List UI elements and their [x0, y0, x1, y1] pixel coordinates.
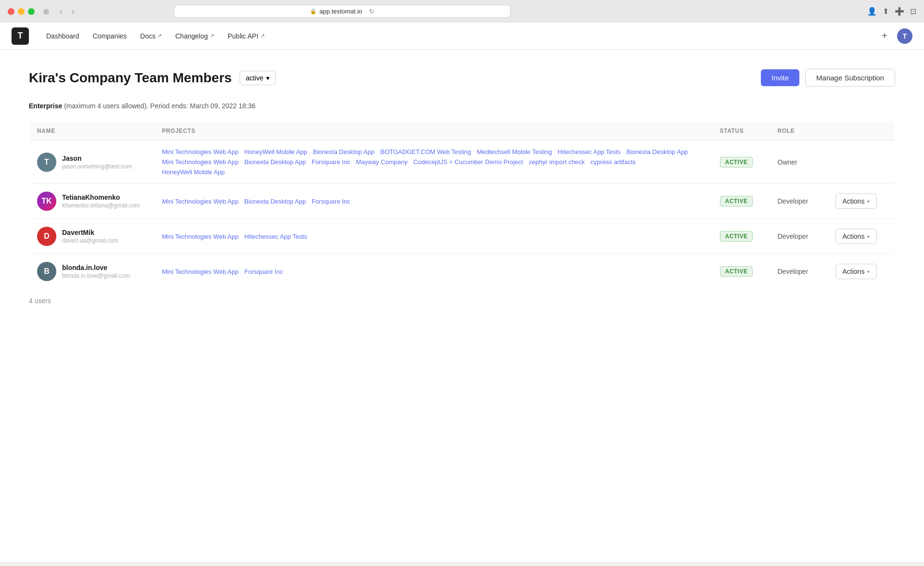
lock-icon: 🔒: [310, 8, 317, 14]
member-avatar: TK: [37, 192, 56, 211]
forward-btn[interactable]: ›: [70, 6, 76, 17]
project-link[interactable]: zephyr import check: [529, 158, 585, 166]
status-badge: ACTIVE: [720, 196, 753, 206]
traffic-lights: [8, 8, 35, 15]
member-info: DavertMik davert.ua@gmail.com: [62, 229, 118, 244]
members-tbody: T Jason jason.something@test.com Mini Te…: [29, 141, 895, 289]
member-email: jason.something@test.com: [62, 163, 132, 170]
member-role-cell: Developer: [770, 254, 828, 289]
member-actions-cell: [828, 141, 895, 184]
project-link[interactable]: BOTGADGET.COM Web Testing: [380, 148, 471, 155]
project-link[interactable]: Bionexta Desktop App: [244, 198, 306, 205]
member-name-cell: B blonda.in.love blonda.in.love@gmail.co…: [29, 254, 154, 289]
table-row: TK TetianaKhomenko khomenko.tetiana@gmai…: [29, 184, 895, 219]
docs-external-icon: ↗: [157, 33, 162, 39]
member-name-cell: T Jason jason.something@test.com: [29, 141, 154, 184]
project-link[interactable]: Mini Technologies Web App: [162, 148, 239, 155]
project-link[interactable]: Mayway Company: [356, 158, 408, 166]
nav-dashboard[interactable]: Dashboard: [40, 29, 85, 43]
address-bar[interactable]: 🔒 app.testomat.io ↻: [174, 5, 511, 18]
member-email: khomenko.tetiana@gmail.com: [62, 202, 140, 209]
project-link[interactable]: Mini Technologies Web App: [162, 158, 239, 166]
actions-chevron-icon: ▾: [867, 199, 870, 204]
nav-plus-btn[interactable]: +: [878, 28, 891, 43]
invite-button[interactable]: Invite: [761, 69, 799, 86]
page-header-left: Kira's Company Team Members active ▾: [29, 70, 276, 86]
browser-right-controls: 👤 ⬆ ➕ ⊡: [867, 7, 916, 16]
nav-docs[interactable]: Docs ↗: [134, 29, 167, 43]
project-link[interactable]: Bionexta Desktop App: [626, 148, 688, 155]
actions-label: Actions: [843, 197, 865, 205]
member-info: Jason jason.something@test.com: [62, 154, 132, 170]
member-info: blonda.in.love blonda.in.love@gmail.com: [62, 264, 130, 279]
page-header-right: Invite Manage Subscription: [761, 69, 895, 87]
nav-changelog[interactable]: Changelog ↗: [169, 29, 220, 43]
project-link[interactable]: Hitechessec App Tests: [558, 148, 621, 155]
manage-subscription-button[interactable]: Manage Subscription: [805, 69, 895, 87]
nav-public-api[interactable]: Public API ↗: [222, 29, 270, 43]
minimize-window-btn[interactable]: [18, 8, 25, 15]
close-window-btn[interactable]: [8, 8, 14, 15]
project-link[interactable]: Forsquare Inc: [312, 158, 350, 166]
member-cell: B blonda.in.love blonda.in.love@gmail.co…: [37, 262, 147, 281]
page-title: Kira's Company Team Members: [29, 70, 232, 86]
project-link[interactable]: Mini Technologies Web App: [162, 268, 239, 275]
project-link[interactable]: Mini Technologies Web App: [162, 198, 239, 205]
project-link[interactable]: HoneyWell Mobile App: [244, 148, 308, 155]
share-icon[interactable]: ⬆: [883, 7, 889, 16]
project-link[interactable]: Forsquare Inc: [312, 198, 350, 205]
project-link[interactable]: Bionexta Desktop App: [244, 158, 306, 166]
project-link[interactable]: Medtechsell Mobile Testing: [477, 148, 552, 155]
actions-button[interactable]: Actions ▾: [835, 264, 877, 279]
member-status-cell: ACTIVE: [712, 141, 770, 184]
enterprise-description: (maximum 4 users allowed). Period ends: …: [64, 102, 256, 110]
col-header-projects: PROJECTS: [154, 122, 712, 141]
members-table: NAME PROJECTS STATUS ROLE T Jason jason.…: [29, 121, 895, 289]
actions-chevron-icon: ▾: [867, 234, 870, 239]
nav-links: Dashboard Companies Docs ↗ Changelog ↗ P…: [40, 29, 878, 43]
tabs-overview-icon[interactable]: ⊡: [910, 7, 916, 16]
actions-button[interactable]: Actions ▾: [835, 229, 877, 244]
member-name: TetianaKhomenko: [62, 193, 140, 201]
member-cell: D DavertMik davert.ua@gmail.com: [37, 227, 147, 246]
public-api-external-icon: ↗: [260, 33, 265, 39]
member-info: TetianaKhomenko khomenko.tetiana@gmail.c…: [62, 193, 140, 209]
member-role-cell: Developer: [770, 184, 828, 219]
project-link[interactable]: cypress artifacts: [590, 158, 636, 166]
url-text: app.testomat.io: [320, 8, 362, 15]
app-logo[interactable]: T: [12, 27, 29, 45]
status-filter-dropdown[interactable]: active ▾: [240, 71, 276, 85]
project-link[interactable]: Mini Technologies Web App: [162, 233, 239, 240]
page-header: Kira's Company Team Members active ▾ Inv…: [29, 69, 895, 87]
member-projects-cell: Mini Technologies Web AppBionexta Deskto…: [154, 184, 712, 219]
new-tab-icon[interactable]: ➕: [895, 7, 904, 16]
nav-companies[interactable]: Companies: [87, 29, 133, 43]
col-header-role: ROLE: [770, 122, 828, 141]
project-link[interactable]: Hitechessec App Tests: [244, 233, 308, 240]
actions-label: Actions: [843, 232, 865, 240]
changelog-external-icon: ↗: [210, 33, 214, 39]
project-links: Mini Technologies Web AppHoneyWell Mobil…: [162, 148, 705, 176]
app-nav: T Dashboard Companies Docs ↗ Changelog ↗…: [0, 23, 924, 50]
role-text: Owner: [778, 158, 797, 166]
member-email: blonda.in.love@gmail.com: [62, 272, 130, 279]
member-projects-cell: Mini Technologies Web AppHoneyWell Mobil…: [154, 141, 712, 184]
actions-button[interactable]: Actions ▾: [835, 193, 877, 209]
project-link[interactable]: Bionexta Desktop App: [313, 148, 374, 155]
nav-avatar[interactable]: T: [897, 28, 912, 44]
back-btn[interactable]: ‹: [58, 6, 64, 17]
reload-btn[interactable]: ↻: [369, 8, 374, 15]
maximize-window-btn[interactable]: [28, 8, 35, 15]
actions-chevron-icon: ▾: [867, 269, 870, 274]
project-link[interactable]: Forsquare Inc: [244, 268, 283, 275]
project-links: Mini Technologies Web AppForsquare Inc: [162, 268, 705, 275]
project-link[interactable]: CodeceptJS + Cucumber Demo Project: [413, 158, 523, 166]
project-link[interactable]: HoneyWell Mobile App: [162, 168, 225, 176]
table-row: B blonda.in.love blonda.in.love@gmail.co…: [29, 254, 895, 289]
project-links: Mini Technologies Web AppHitechessec App…: [162, 233, 705, 240]
sidebar-toggle-btn[interactable]: ⊞: [40, 7, 52, 16]
member-projects-cell: Mini Technologies Web AppForsquare Inc: [154, 254, 712, 289]
table-row: D DavertMik davert.ua@gmail.com Mini Tec…: [29, 219, 895, 254]
account-icon[interactable]: 👤: [867, 7, 877, 16]
table-row: T Jason jason.something@test.com Mini Te…: [29, 141, 895, 184]
